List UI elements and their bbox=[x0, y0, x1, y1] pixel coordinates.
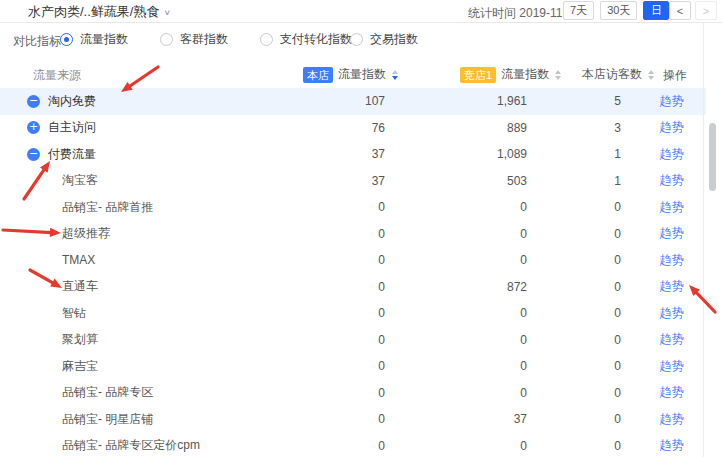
comp-value-cell: 0 bbox=[385, 200, 527, 214]
comp-value-cell: 872 bbox=[385, 280, 527, 294]
trend-link[interactable]: 趋势 bbox=[660, 253, 684, 267]
traffic-source-cell: TMAX bbox=[0, 253, 300, 267]
category-selector[interactable]: 水产肉类/..鲜蔬果/熟食 ∨ bbox=[28, 3, 171, 21]
scrollbar-thumb[interactable] bbox=[709, 123, 716, 191]
trend-link[interactable]: 趋势 bbox=[660, 332, 684, 346]
action-cell: 趋势 bbox=[621, 199, 706, 216]
trend-link[interactable]: 趋势 bbox=[660, 359, 684, 373]
traffic-source-cell: +自主访问 bbox=[0, 119, 300, 136]
prev-arrow-button[interactable]: < bbox=[669, 1, 691, 20]
traffic-source-cell: 智钻 bbox=[0, 305, 300, 322]
metric-radio-option[interactable]: 流量指数 bbox=[60, 31, 128, 48]
visitors-value-cell: 0 bbox=[527, 253, 621, 267]
metric-radio-option[interactable]: 客群指数 bbox=[160, 31, 228, 48]
collapse-icon[interactable]: − bbox=[27, 95, 40, 108]
table-row: 品销宝- 明星店铺0370趋势 bbox=[0, 406, 706, 433]
trend-link[interactable]: 趋势 bbox=[660, 385, 684, 399]
self-shop-badge: 本店 bbox=[303, 67, 333, 83]
self-value-cell: 0 bbox=[300, 253, 385, 267]
visitors-label: 本店访客数 bbox=[582, 66, 642, 83]
traffic-source-label: 聚划算 bbox=[62, 331, 98, 348]
visitors-value-cell: 0 bbox=[527, 227, 621, 241]
traffic-source-label: 付费流量 bbox=[48, 146, 96, 163]
range-button-30d[interactable]: 30天 bbox=[600, 1, 637, 20]
trend-link[interactable]: 趋势 bbox=[660, 200, 684, 214]
trend-link[interactable]: 趋势 bbox=[660, 147, 684, 161]
traffic-source-label: 智钻 bbox=[62, 305, 86, 322]
traffic-source-label: 淘内免费 bbox=[48, 93, 96, 110]
comp-value-cell: 0 bbox=[385, 253, 527, 267]
chevron-down-icon: ∨ bbox=[163, 8, 170, 17]
top-bar: 水产肉类/..鲜蔬果/熟食 ∨ 统计时间 2019-11-21 7天30天日 <… bbox=[0, 0, 723, 23]
metric-radio-option[interactable]: 交易指数 bbox=[350, 31, 418, 48]
trend-link[interactable]: 趋势 bbox=[660, 94, 684, 108]
trend-link[interactable]: 趋势 bbox=[660, 120, 684, 134]
self-value-cell: 76 bbox=[300, 121, 385, 135]
comp-value-cell: 0 bbox=[385, 359, 527, 373]
comp-value-cell: 889 bbox=[385, 121, 527, 135]
comp-value-cell: 0 bbox=[385, 386, 527, 400]
table-row: 麻吉宝000趋势 bbox=[0, 353, 706, 380]
self-value-cell: 0 bbox=[300, 280, 385, 294]
visitors-value-cell: 0 bbox=[527, 359, 621, 373]
table-row: 智钻000趋势 bbox=[0, 300, 706, 327]
visitors-value-cell: 5 bbox=[527, 94, 621, 108]
sort-icon[interactable] bbox=[555, 70, 561, 80]
trend-link[interactable]: 趋势 bbox=[660, 173, 684, 187]
metric-radio-label: 流量指数 bbox=[80, 31, 128, 48]
radio-unselected-icon[interactable] bbox=[350, 33, 363, 46]
self-value-cell: 37 bbox=[300, 147, 385, 161]
visitors-value-cell: 0 bbox=[527, 280, 621, 294]
action-cell: 趋势 bbox=[621, 278, 706, 295]
visitors-value-cell: 1 bbox=[527, 174, 621, 188]
metric-radio-option[interactable]: 支付转化指数 bbox=[260, 31, 352, 48]
action-cell: 趋势 bbox=[621, 172, 706, 189]
trend-link[interactable]: 趋势 bbox=[660, 412, 684, 426]
action-cell: 趋势 bbox=[621, 93, 706, 110]
self-value-cell: 0 bbox=[300, 359, 385, 373]
sort-icon[interactable] bbox=[392, 70, 398, 80]
table-row: 品销宝- 品牌首推000趋势 bbox=[0, 194, 706, 221]
visitors-value-cell: 3 bbox=[527, 121, 621, 135]
traffic-source-cell: −付费流量 bbox=[0, 146, 300, 163]
column-header-visitors[interactable]: 本店访客数 bbox=[582, 66, 654, 83]
traffic-source-cell: 超级推荐 bbox=[0, 225, 300, 242]
traffic-source-label: 品销宝- 品牌首推 bbox=[62, 199, 153, 216]
trend-link[interactable]: 趋势 bbox=[660, 438, 684, 452]
comp-value-cell: 503 bbox=[385, 174, 527, 188]
table-row: +自主访问768893趋势 bbox=[0, 115, 706, 142]
traffic-source-label: TMAX bbox=[62, 253, 95, 267]
column-header-competitor-index[interactable]: 竞店1 流量指数 bbox=[460, 66, 561, 83]
next-arrow-button[interactable]: > bbox=[695, 1, 717, 20]
table-row: 直通车08720趋势 bbox=[0, 274, 706, 301]
comp-value-cell: 1,089 bbox=[385, 147, 527, 161]
trend-link[interactable]: 趋势 bbox=[660, 306, 684, 320]
table-row: −淘内免费1071,9615趋势 bbox=[0, 88, 706, 115]
sort-icon[interactable] bbox=[648, 70, 654, 80]
trend-link[interactable]: 趋势 bbox=[660, 226, 684, 240]
traffic-source-label: 超级推荐 bbox=[62, 225, 110, 242]
radio-unselected-icon[interactable] bbox=[160, 33, 173, 46]
traffic-source-cell: 品销宝- 品牌专区定价cpm bbox=[0, 437, 300, 454]
range-button-7d[interactable]: 7天 bbox=[563, 1, 594, 20]
self-value-cell: 0 bbox=[300, 439, 385, 453]
traffic-source-cell: 直通车 bbox=[0, 278, 300, 295]
comp-value-cell: 0 bbox=[385, 227, 527, 241]
table-body: −淘内免费1071,9615趋势+自主访问768893趋势−付费流量371,08… bbox=[0, 88, 706, 457]
comp-value-cell: 1,961 bbox=[385, 94, 527, 108]
range-button-day[interactable]: 日 bbox=[643, 1, 669, 20]
vertical-scrollbar[interactable] bbox=[709, 115, 717, 457]
radio-selected-icon[interactable] bbox=[60, 33, 73, 46]
action-cell: 趋势 bbox=[621, 358, 706, 375]
action-cell: 趋势 bbox=[621, 305, 706, 322]
self-value-cell: 0 bbox=[300, 200, 385, 214]
comp-value-cell: 0 bbox=[385, 333, 527, 347]
expand-icon[interactable]: + bbox=[27, 121, 40, 134]
traffic-source-label: 品销宝- 品牌专区定价cpm bbox=[62, 437, 200, 454]
trend-link[interactable]: 趋势 bbox=[660, 279, 684, 293]
collapse-icon[interactable]: − bbox=[27, 148, 40, 161]
radio-unselected-icon[interactable] bbox=[260, 33, 273, 46]
column-header-self-index[interactable]: 本店 流量指数 bbox=[303, 66, 398, 83]
table-row: 超级推荐000趋势 bbox=[0, 221, 706, 248]
traffic-source-cell: 淘宝客 bbox=[0, 172, 300, 189]
